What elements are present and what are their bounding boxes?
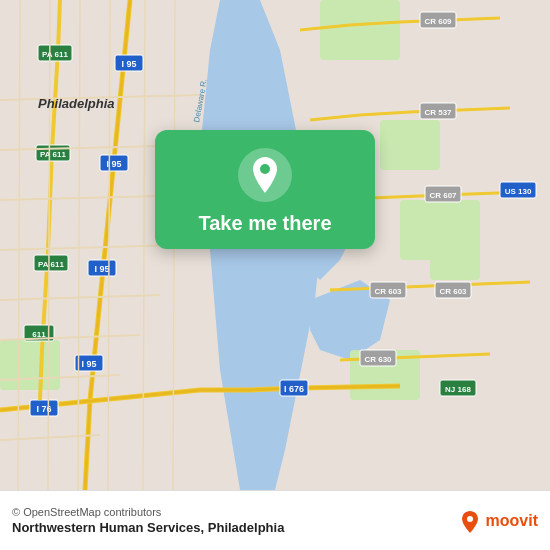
svg-text:CR 603: CR 603 [439,287,467,296]
bottom-bar: © OpenStreetMap contributors Northwester… [0,490,550,550]
svg-text:NJ 168: NJ 168 [445,385,471,394]
copyright-text: © OpenStreetMap contributors [12,506,450,518]
map-container: I 95 I 95 I 95 I 95 I 76 I 676 PA 611 PA… [0,0,550,490]
svg-rect-4 [320,0,400,60]
svg-text:Philadelphia: Philadelphia [38,96,115,111]
svg-text:CR 603: CR 603 [374,287,402,296]
take-me-there-button[interactable]: Take me there [155,130,375,249]
svg-text:US 130: US 130 [505,187,532,196]
svg-text:CR 607: CR 607 [429,191,457,200]
moovit-icon [458,509,482,533]
svg-text:PA 611: PA 611 [42,50,68,59]
location-pin-icon [238,148,292,202]
svg-text:PA 611: PA 611 [40,150,66,159]
take-me-there-label: Take me there [198,212,331,235]
svg-text:I 95: I 95 [94,264,109,274]
svg-point-63 [467,516,473,522]
svg-rect-9 [0,340,60,390]
svg-text:I 676: I 676 [284,384,304,394]
svg-text:I 76: I 76 [36,404,51,414]
svg-text:PA 611: PA 611 [38,260,64,269]
destination-text: Northwestern Human Services, Philadelphi… [12,520,450,535]
moovit-logo: moovit [458,509,538,533]
svg-text:I 95: I 95 [81,359,96,369]
svg-text:CR 537: CR 537 [424,108,452,117]
svg-rect-8 [430,240,480,280]
svg-point-62 [260,164,270,174]
svg-text:CR 609: CR 609 [424,17,452,26]
svg-text:I 95: I 95 [121,59,136,69]
svg-rect-5 [380,120,440,170]
svg-text:CR 630: CR 630 [364,355,392,364]
moovit-name: moovit [486,512,538,530]
